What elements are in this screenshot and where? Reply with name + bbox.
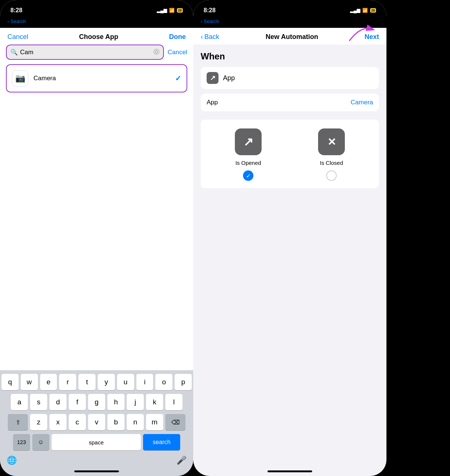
key-o[interactable]: o [155,374,172,390]
key-e[interactable]: e [40,374,57,390]
opened-radio[interactable]: ✓ [243,170,253,181]
camera-app-name: Camera [33,75,170,82]
closed-icon-box: ✕ [318,128,345,155]
cancel-button-left[interactable]: Cancel [7,33,28,41]
when-section: When ↗ App App Camera [193,45,386,120]
key-q[interactable]: q [1,374,19,390]
key-r[interactable]: r [59,374,76,390]
back-label: Back [204,33,219,41]
opened-icon-box: ↗ [235,128,262,155]
app-arrow-icon: ↗ [207,72,218,84]
done-button[interactable]: Done [169,33,186,41]
key-c[interactable]: c [69,414,86,430]
status-bar-left: 8:28 ▂▄▆ 📶 28 [0,0,193,19]
nav-title-right: New Automation [266,33,318,41]
key-p[interactable]: p [175,374,192,390]
num-key[interactable]: 123 [13,434,30,450]
nav-bar-left: Cancel Choose App Done [0,28,193,45]
shift-key[interactable]: ⇧ [8,414,28,430]
signal-icon: ▂▄▆ [157,8,167,13]
battery-badge-right: 28 [370,8,376,13]
search-cancel-button[interactable]: Cancel [168,49,187,56]
option-closed: ✕ Is Closed [318,128,345,181]
search-icon-left: 🔍 [10,49,18,56]
nav-bar-right: ‹ Back New Automation Next [193,28,386,45]
key-x[interactable]: x [49,414,67,430]
space-key[interactable]: space [52,434,141,450]
key-d[interactable]: d [49,394,67,410]
key-l[interactable]: l [165,394,182,410]
key-v[interactable]: v [88,414,105,430]
closed-label: Is Closed [320,160,343,166]
backspace-key[interactable]: ⌫ [165,414,185,430]
clear-search-icon[interactable]: ⓪️ [153,48,159,56]
keyboard-row-4: 123 ☺ space search [1,434,192,450]
search-nav-right[interactable]: ‹ Search [193,19,386,28]
key-m[interactable]: m [146,414,163,430]
key-g[interactable]: g [88,394,105,410]
selected-checkmark: ✓ [175,74,181,83]
next-button[interactable]: Next [365,33,379,41]
option-opened: ↗ Is Opened ✓ [235,128,262,181]
nav-title-left: Choose App [79,33,118,41]
key-w[interactable]: w [21,374,38,390]
keyboard-bottom-row: 🌐 🎤 [1,454,192,468]
key-t[interactable]: t [78,374,95,390]
globe-icon[interactable]: 🌐 [7,456,17,465]
opened-label: Is Opened [235,160,261,166]
chevron-left-icon-right: ‹ [201,19,202,24]
search-nav-label-left: Search [10,19,26,24]
key-s[interactable]: s [30,394,47,410]
key-a[interactable]: a [11,394,28,410]
chevron-back-icon: ‹ [201,33,203,41]
key-f[interactable]: f [69,394,86,410]
keyboard: q w e r t y u i o p a s d f g h j k l ⇧ … [0,370,193,476]
key-k[interactable]: k [146,394,163,410]
key-h[interactable]: h [107,394,124,410]
status-icons-left: ▂▄▆ 📶 28 [157,8,183,13]
status-time-left: 8:28 [10,7,22,14]
wifi-icon: 📶 [169,8,175,13]
left-phone: 8:28 ▂▄▆ 📶 28 ‹ Search Cancel Choose App… [0,0,193,476]
microphone-icon[interactable]: 🎤 [177,456,187,465]
home-indicator-left [74,470,119,472]
search-row: 🔍 Cam ⓪️ Cancel [0,45,193,64]
camera-app-icon: 📷 [12,70,28,87]
detail-camera-value[interactable]: Camera [351,99,373,106]
chevron-left-icon: ‹ [7,19,9,24]
search-nav-left[interactable]: ‹ Search [0,19,193,28]
emoji-key[interactable]: ☺ [32,434,49,450]
app-detail-card[interactable]: App Camera [201,94,379,111]
status-bar-right: 8:28 ▂▄▆ 📶 28 [193,0,386,19]
key-i[interactable]: i [136,374,153,390]
key-n[interactable]: n [127,414,144,430]
search-input-value[interactable]: Cam [20,49,151,56]
wifi-icon-right: 📶 [362,8,368,13]
app-row-card[interactable]: ↗ App [201,67,379,89]
search-key[interactable]: search [143,434,180,450]
status-icons-right: ▂▄▆ 📶 28 [350,8,376,13]
right-phone: 8:28 ▂▄▆ 📶 28 ‹ Search ‹ Back New Automa… [193,0,386,476]
keyboard-row-3: ⇧ z x c v b n m ⌫ [1,414,192,430]
detail-app-label: App [207,99,218,106]
back-button[interactable]: ‹ Back [201,33,219,41]
signal-icon-right: ▂▄▆ [350,8,360,13]
when-label: When [201,51,379,62]
key-z[interactable]: z [30,414,47,430]
search-box[interactable]: 🔍 Cam ⓪️ [6,45,164,60]
home-indicator-right [268,470,312,472]
result-list: 📷 Camera ✓ [0,64,193,92]
key-b[interactable]: b [107,414,124,430]
options-card: ↗ Is Opened ✓ ✕ Is Closed [201,120,379,188]
key-y[interactable]: y [98,374,115,390]
keyboard-row-2: a s d f g h j k l [1,394,192,410]
battery-badge-left: 28 [177,8,183,13]
key-j[interactable]: j [127,394,144,410]
search-nav-label-right: Search [204,19,219,24]
closed-radio[interactable] [326,170,337,181]
key-u[interactable]: u [117,374,134,390]
camera-result-item[interactable]: 📷 Camera ✓ [6,64,187,92]
keyboard-row-1: q w e r t y u i o p [1,374,192,390]
app-row-label: App [223,74,235,82]
status-time-right: 8:28 [204,7,216,14]
